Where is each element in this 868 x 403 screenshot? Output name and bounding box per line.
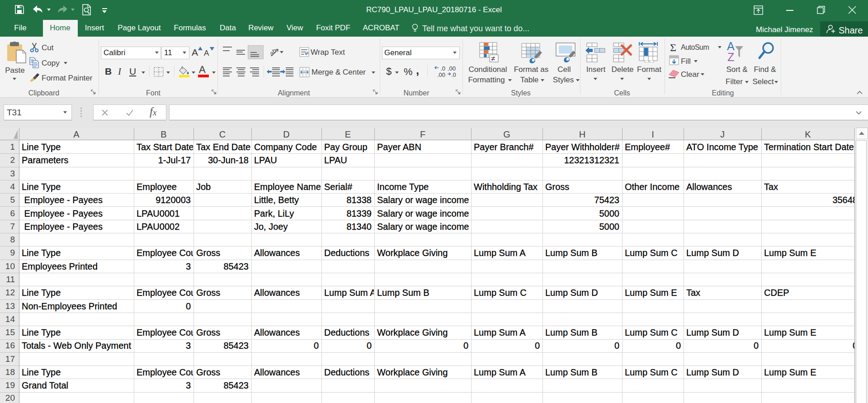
svg-text:≠: ≠ (491, 55, 495, 62)
svg-text:.00: .00 (448, 65, 456, 72)
svg-text:.0: .0 (451, 71, 456, 78)
svg-text:Z: Z (727, 51, 734, 62)
svg-text:.0: .0 (440, 65, 445, 72)
svg-text:.00: .00 (437, 71, 445, 78)
svg-text:ab: ab (269, 47, 278, 57)
